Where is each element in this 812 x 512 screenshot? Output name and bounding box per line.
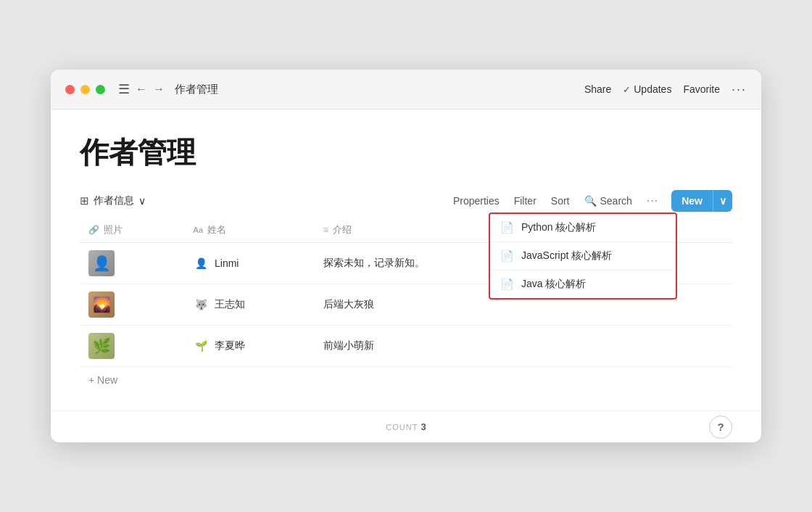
data-table: 🔗 照片 Aa 姓名 ≡ bbox=[80, 218, 732, 367]
name-icon-3: 🌱 bbox=[193, 338, 209, 354]
new-button[interactable]: New ∨ bbox=[671, 190, 732, 212]
maximize-button[interactable] bbox=[96, 85, 105, 94]
search-icon: 🔍 bbox=[584, 195, 597, 207]
back-icon[interactable]: ← bbox=[136, 83, 147, 96]
favorite-button[interactable]: Favorite bbox=[683, 83, 720, 95]
cell-name-2: 🐺 王志知 bbox=[184, 284, 315, 326]
cell-content-1: 📄 Python 核心解析 📄 JavaScript 核心解析 📄 Java bbox=[489, 243, 732, 284]
window-title: 作者管理 bbox=[175, 83, 218, 96]
table-container: 🔗 照片 Aa 姓名 ≡ bbox=[80, 218, 732, 393]
check-icon: ✓ bbox=[623, 84, 631, 95]
cell-photo-2: 🌄 bbox=[80, 284, 184, 326]
main-content: 作者管理 ⊞ 作者信息 ∨ Properties Filter Sort 🔍 S… bbox=[51, 110, 761, 410]
properties-button[interactable]: Properties bbox=[446, 191, 507, 211]
col-header-name: Aa 姓名 bbox=[184, 218, 315, 243]
text-icon: Aa bbox=[193, 226, 203, 234]
col-header-photo: 🔗 照片 bbox=[80, 218, 184, 243]
name-text-2: 王志知 bbox=[215, 298, 245, 311]
content-item-2[interactable]: 📄 JavaScript 核心解析 bbox=[490, 242, 676, 271]
cell-intro-2: 后端大灰狼 bbox=[315, 284, 489, 326]
new-row-button[interactable]: + New bbox=[80, 367, 732, 393]
more-options-button[interactable]: ··· bbox=[639, 190, 666, 212]
cell-intro-1: 探索未知，记录新知。 bbox=[315, 243, 489, 284]
cell-content-3 bbox=[489, 326, 732, 367]
count-label: COUNT bbox=[386, 423, 418, 432]
doc-icon-2: 📄 bbox=[500, 249, 514, 263]
sort-button[interactable]: Sort bbox=[544, 191, 577, 211]
avatar-li: 🌿 bbox=[88, 333, 115, 359]
help-button[interactable]: ? bbox=[709, 416, 732, 439]
name-icon-1: 👤 bbox=[193, 255, 209, 271]
page-title: 作者管理 bbox=[80, 133, 732, 173]
titlebar: ☰ ← → 作者管理 Share ✓ Updates Favorite ··· bbox=[51, 70, 761, 110]
cell-photo-1: 👤 bbox=[80, 243, 184, 284]
content-label-2: JavaScript 核心解析 bbox=[521, 249, 612, 263]
new-button-label: New bbox=[671, 190, 713, 212]
content-item-3[interactable]: 📄 Java 核心解析 bbox=[490, 271, 676, 298]
view-label: 作者信息 bbox=[94, 194, 134, 207]
name-text-3: 李夏晔 bbox=[215, 339, 245, 352]
avatar-wang: 🌄 bbox=[88, 292, 115, 318]
list-icon: ≡ bbox=[323, 225, 328, 235]
minimize-button[interactable] bbox=[80, 85, 90, 94]
forward-icon[interactable]: → bbox=[153, 83, 165, 96]
doc-icon-1: 📄 bbox=[500, 221, 514, 234]
close-button[interactable] bbox=[65, 85, 75, 94]
sidebar-toggle-icon[interactable]: ☰ bbox=[118, 81, 130, 97]
more-button[interactable]: ··· bbox=[732, 82, 747, 97]
avatar-linmi: 👤 bbox=[88, 250, 115, 276]
titlebar-actions: Share ✓ Updates Favorite ··· bbox=[584, 82, 747, 97]
search-button[interactable]: 🔍 Search bbox=[577, 191, 639, 211]
share-button[interactable]: Share bbox=[584, 83, 611, 95]
cell-name-1: 👤 Linmi bbox=[184, 243, 315, 284]
titlebar-nav: ☰ ← → bbox=[118, 81, 165, 97]
cell-intro-3: 前端小萌新 bbox=[315, 326, 489, 367]
content-label-1: Python 核心解析 bbox=[521, 221, 596, 234]
col-header-intro: ≡ 介绍 bbox=[315, 218, 489, 243]
name-text-1: Linmi bbox=[215, 257, 239, 269]
content-item-1[interactable]: 📄 Python 核心解析 bbox=[490, 214, 676, 242]
view-selector[interactable]: ⊞ 作者信息 ∨ bbox=[80, 194, 146, 207]
new-button-caret-icon[interactable]: ∨ bbox=[713, 190, 732, 212]
table-row[interactable]: 👤 👤 Linmi 探索未知，记录新知。 bbox=[80, 243, 732, 284]
filter-button[interactable]: Filter bbox=[507, 191, 544, 211]
count-value: 3 bbox=[420, 421, 426, 432]
grid-icon: ⊞ bbox=[80, 194, 89, 207]
footer: COUNT 3 ? bbox=[51, 410, 761, 442]
toolbar: ⊞ 作者信息 ∨ Properties Filter Sort 🔍 Search… bbox=[80, 190, 732, 212]
updates-button[interactable]: ✓ Updates bbox=[623, 83, 671, 95]
app-window: ☰ ← → 作者管理 Share ✓ Updates Favorite ··· … bbox=[51, 70, 761, 442]
table-row[interactable]: 🌿 🌱 李夏晔 前端小萌新 bbox=[80, 326, 732, 367]
doc-icon-3: 📄 bbox=[500, 278, 514, 291]
content-label-3: Java 核心解析 bbox=[521, 278, 586, 291]
cell-photo-3: 🌿 bbox=[80, 326, 184, 367]
link-icon: 🔗 bbox=[88, 225, 99, 235]
name-icon-2: 🐺 bbox=[193, 297, 209, 313]
view-caret-icon: ∨ bbox=[138, 195, 146, 207]
traffic-lights bbox=[65, 85, 105, 94]
content-highlight-box: 📄 Python 核心解析 📄 JavaScript 核心解析 📄 Java bbox=[489, 212, 677, 300]
cell-name-3: 🌱 李夏晔 bbox=[184, 326, 315, 367]
